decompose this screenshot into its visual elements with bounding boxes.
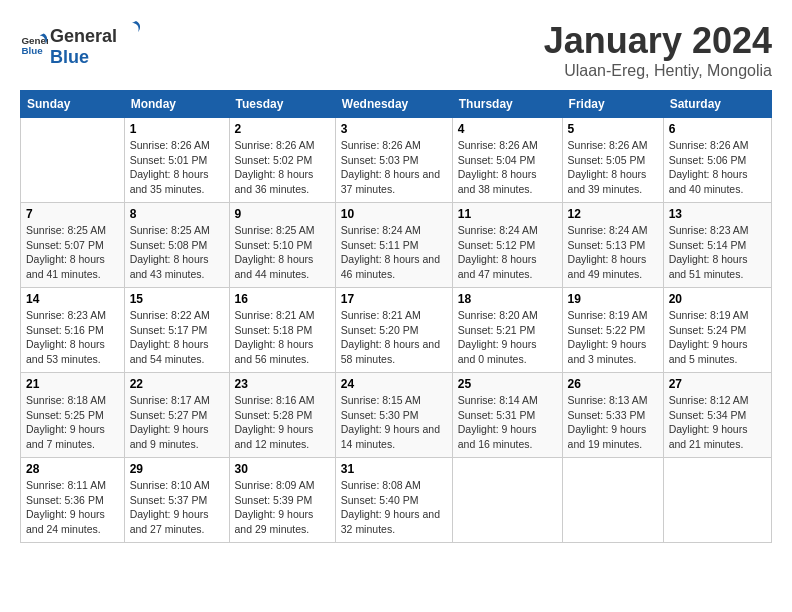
calendar-cell (663, 458, 771, 543)
date-number: 21 (26, 377, 119, 391)
header-sunday: Sunday (21, 91, 125, 118)
cell-sun-info: Sunrise: 8:24 AMSunset: 5:11 PMDaylight:… (341, 223, 447, 282)
date-number: 25 (458, 377, 557, 391)
cell-sun-info: Sunrise: 8:22 AMSunset: 5:17 PMDaylight:… (130, 308, 224, 367)
calendar-cell: 13Sunrise: 8:23 AMSunset: 5:14 PMDayligh… (663, 203, 771, 288)
calendar-cell: 7Sunrise: 8:25 AMSunset: 5:07 PMDaylight… (21, 203, 125, 288)
date-number: 18 (458, 292, 557, 306)
cell-sun-info: Sunrise: 8:23 AMSunset: 5:14 PMDaylight:… (669, 223, 766, 282)
date-number: 8 (130, 207, 224, 221)
header-monday: Monday (124, 91, 229, 118)
page-header: General Blue General Blue January 2024 U… (20, 20, 772, 80)
calendar-cell: 10Sunrise: 8:24 AMSunset: 5:11 PMDayligh… (335, 203, 452, 288)
calendar-cell (21, 118, 125, 203)
logo: General Blue General Blue (20, 20, 141, 68)
cell-sun-info: Sunrise: 8:08 AMSunset: 5:40 PMDaylight:… (341, 478, 447, 537)
calendar-cell: 31Sunrise: 8:08 AMSunset: 5:40 PMDayligh… (335, 458, 452, 543)
calendar-cell: 11Sunrise: 8:24 AMSunset: 5:12 PMDayligh… (452, 203, 562, 288)
calendar-cell: 6Sunrise: 8:26 AMSunset: 5:06 PMDaylight… (663, 118, 771, 203)
date-number: 27 (669, 377, 766, 391)
month-year-title: January 2024 (544, 20, 772, 62)
date-number: 2 (235, 122, 330, 136)
date-number: 13 (669, 207, 766, 221)
date-number: 12 (568, 207, 658, 221)
cell-sun-info: Sunrise: 8:25 AMSunset: 5:08 PMDaylight:… (130, 223, 224, 282)
cell-sun-info: Sunrise: 8:21 AMSunset: 5:18 PMDaylight:… (235, 308, 330, 367)
cell-sun-info: Sunrise: 8:26 AMSunset: 5:03 PMDaylight:… (341, 138, 447, 197)
date-number: 4 (458, 122, 557, 136)
calendar-cell: 12Sunrise: 8:24 AMSunset: 5:13 PMDayligh… (562, 203, 663, 288)
date-number: 17 (341, 292, 447, 306)
cell-sun-info: Sunrise: 8:21 AMSunset: 5:20 PMDaylight:… (341, 308, 447, 367)
date-number: 23 (235, 377, 330, 391)
date-number: 14 (26, 292, 119, 306)
calendar-cell: 28Sunrise: 8:11 AMSunset: 5:36 PMDayligh… (21, 458, 125, 543)
calendar-cell: 5Sunrise: 8:26 AMSunset: 5:05 PMDaylight… (562, 118, 663, 203)
cell-sun-info: Sunrise: 8:25 AMSunset: 5:07 PMDaylight:… (26, 223, 119, 282)
calendar-cell: 15Sunrise: 8:22 AMSunset: 5:17 PMDayligh… (124, 288, 229, 373)
date-number: 10 (341, 207, 447, 221)
svg-text:Blue: Blue (21, 45, 43, 56)
calendar-cell: 17Sunrise: 8:21 AMSunset: 5:20 PMDayligh… (335, 288, 452, 373)
calendar-cell: 2Sunrise: 8:26 AMSunset: 5:02 PMDaylight… (229, 118, 335, 203)
cell-sun-info: Sunrise: 8:12 AMSunset: 5:34 PMDaylight:… (669, 393, 766, 452)
calendar-cell: 23Sunrise: 8:16 AMSunset: 5:28 PMDayligh… (229, 373, 335, 458)
cell-sun-info: Sunrise: 8:26 AMSunset: 5:05 PMDaylight:… (568, 138, 658, 197)
date-number: 26 (568, 377, 658, 391)
header-wednesday: Wednesday (335, 91, 452, 118)
date-number: 7 (26, 207, 119, 221)
date-number: 30 (235, 462, 330, 476)
cell-sun-info: Sunrise: 8:19 AMSunset: 5:24 PMDaylight:… (669, 308, 766, 367)
calendar-table: Sunday Monday Tuesday Wednesday Thursday… (20, 90, 772, 543)
cell-sun-info: Sunrise: 8:24 AMSunset: 5:12 PMDaylight:… (458, 223, 557, 282)
calendar-week-row: 14Sunrise: 8:23 AMSunset: 5:16 PMDayligh… (21, 288, 772, 373)
cell-sun-info: Sunrise: 8:20 AMSunset: 5:21 PMDaylight:… (458, 308, 557, 367)
date-number: 19 (568, 292, 658, 306)
cell-sun-info: Sunrise: 8:24 AMSunset: 5:13 PMDaylight:… (568, 223, 658, 282)
cell-sun-info: Sunrise: 8:13 AMSunset: 5:33 PMDaylight:… (568, 393, 658, 452)
calendar-cell: 14Sunrise: 8:23 AMSunset: 5:16 PMDayligh… (21, 288, 125, 373)
calendar-cell: 25Sunrise: 8:14 AMSunset: 5:31 PMDayligh… (452, 373, 562, 458)
calendar-cell: 8Sunrise: 8:25 AMSunset: 5:08 PMDaylight… (124, 203, 229, 288)
calendar-cell: 26Sunrise: 8:13 AMSunset: 5:33 PMDayligh… (562, 373, 663, 458)
calendar-cell (452, 458, 562, 543)
date-number: 29 (130, 462, 224, 476)
cell-sun-info: Sunrise: 8:18 AMSunset: 5:25 PMDaylight:… (26, 393, 119, 452)
date-number: 20 (669, 292, 766, 306)
cell-sun-info: Sunrise: 8:25 AMSunset: 5:10 PMDaylight:… (235, 223, 330, 282)
cell-sun-info: Sunrise: 8:11 AMSunset: 5:36 PMDaylight:… (26, 478, 119, 537)
logo-blue-text: Blue (50, 47, 89, 67)
cell-sun-info: Sunrise: 8:19 AMSunset: 5:22 PMDaylight:… (568, 308, 658, 367)
calendar-cell: 9Sunrise: 8:25 AMSunset: 5:10 PMDaylight… (229, 203, 335, 288)
date-number: 1 (130, 122, 224, 136)
cell-sun-info: Sunrise: 8:26 AMSunset: 5:01 PMDaylight:… (130, 138, 224, 197)
calendar-header-row: Sunday Monday Tuesday Wednesday Thursday… (21, 91, 772, 118)
date-number: 15 (130, 292, 224, 306)
calendar-cell: 24Sunrise: 8:15 AMSunset: 5:30 PMDayligh… (335, 373, 452, 458)
calendar-week-row: 7Sunrise: 8:25 AMSunset: 5:07 PMDaylight… (21, 203, 772, 288)
date-number: 24 (341, 377, 447, 391)
header-friday: Friday (562, 91, 663, 118)
cell-sun-info: Sunrise: 8:10 AMSunset: 5:37 PMDaylight:… (130, 478, 224, 537)
calendar-cell: 29Sunrise: 8:10 AMSunset: 5:37 PMDayligh… (124, 458, 229, 543)
logo-general-text: General (50, 26, 117, 47)
date-number: 22 (130, 377, 224, 391)
cell-sun-info: Sunrise: 8:26 AMSunset: 5:06 PMDaylight:… (669, 138, 766, 197)
cell-sun-info: Sunrise: 8:16 AMSunset: 5:28 PMDaylight:… (235, 393, 330, 452)
calendar-cell: 19Sunrise: 8:19 AMSunset: 5:22 PMDayligh… (562, 288, 663, 373)
cell-sun-info: Sunrise: 8:14 AMSunset: 5:31 PMDaylight:… (458, 393, 557, 452)
calendar-cell: 4Sunrise: 8:26 AMSunset: 5:04 PMDaylight… (452, 118, 562, 203)
calendar-week-row: 21Sunrise: 8:18 AMSunset: 5:25 PMDayligh… (21, 373, 772, 458)
calendar-cell: 27Sunrise: 8:12 AMSunset: 5:34 PMDayligh… (663, 373, 771, 458)
date-number: 28 (26, 462, 119, 476)
calendar-week-row: 1Sunrise: 8:26 AMSunset: 5:01 PMDaylight… (21, 118, 772, 203)
calendar-cell: 18Sunrise: 8:20 AMSunset: 5:21 PMDayligh… (452, 288, 562, 373)
header-tuesday: Tuesday (229, 91, 335, 118)
cell-sun-info: Sunrise: 8:09 AMSunset: 5:39 PMDaylight:… (235, 478, 330, 537)
cell-sun-info: Sunrise: 8:23 AMSunset: 5:16 PMDaylight:… (26, 308, 119, 367)
date-number: 3 (341, 122, 447, 136)
calendar-cell: 30Sunrise: 8:09 AMSunset: 5:39 PMDayligh… (229, 458, 335, 543)
date-number: 9 (235, 207, 330, 221)
calendar-cell: 20Sunrise: 8:19 AMSunset: 5:24 PMDayligh… (663, 288, 771, 373)
date-number: 16 (235, 292, 330, 306)
